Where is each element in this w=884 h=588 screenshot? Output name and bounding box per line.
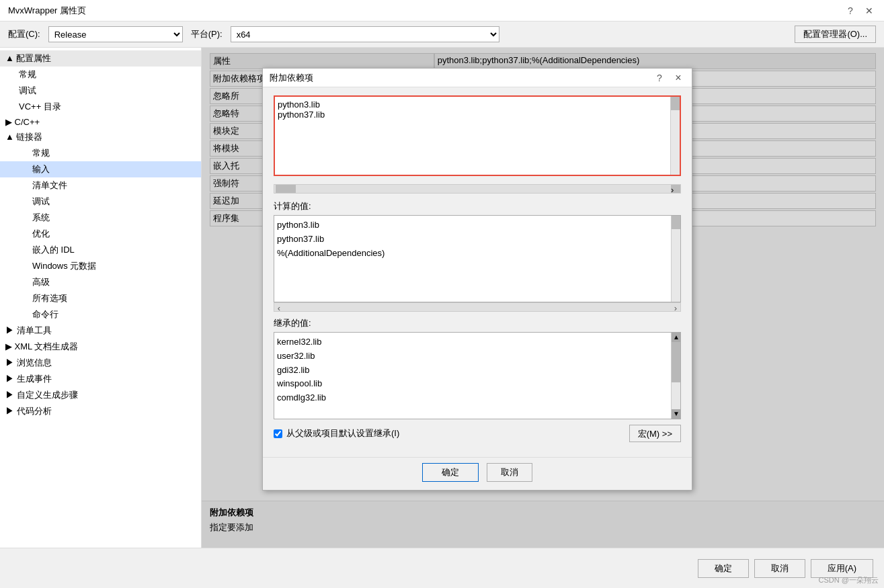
modal-overlay: 附加依赖项 ? × python3.lib python37.lib [202, 48, 884, 548]
inherited-section: 继承的值: kernel32.libuser32.libgdi32.libwin… [274, 317, 681, 419]
tree-item-vc-dir[interactable]: VC++ 目录 [0, 99, 201, 115]
tree-item-code-analysis[interactable]: ▶ 代码分析 [0, 403, 201, 419]
title-bar: MvxWrapper 属性页 ? ✕ [0, 0, 884, 22]
computed-scrollbar-thumb [672, 216, 681, 229]
computed-section: 计算的值: python3.libpython37.lib%(Additiona… [274, 200, 681, 312]
tree-item-build-events[interactable]: ▶ 生成事件 [0, 371, 201, 387]
inherited-scrollbar[interactable]: ▲ ▼ [671, 333, 680, 419]
inherit-checkbox-label: 从父级或项目默认设置继承(I) [286, 427, 399, 439]
h-scrollbar-thumb [276, 185, 296, 193]
edit-area: python3.lib python37.lib [274, 95, 681, 176]
edit-scrollbar-thumb [671, 97, 680, 110]
close-button[interactable]: ✕ [862, 4, 876, 17]
left-panel: ▲ 配置属性 常规 调试 VC++ 目录 ▶ C/C++ ▲ 链接器 常规 输入… [0, 48, 202, 548]
computed-h-scroll-right: › [671, 303, 680, 311]
macro-button[interactable]: 宏(M) >> [629, 425, 681, 442]
checkbox-row: 从父级或项目默认设置继承(I) 宏(M) >> [274, 425, 681, 442]
modal-title: 附加依赖项 [270, 72, 313, 84]
modal-close-button[interactable]: × [672, 71, 685, 85]
modal-footer: 确定 取消 [263, 457, 692, 490]
ok-button[interactable]: 确定 [698, 559, 749, 578]
tree-item-manifest[interactable]: 清单文件 [0, 177, 201, 194]
computed-text: python3.libpython37.lib%(AdditionalDepen… [277, 218, 678, 260]
tree-item-system[interactable]: 系统 [0, 210, 201, 226]
computed-label: 计算的值: [274, 200, 681, 212]
tree-item-regular[interactable]: 常规 [0, 67, 201, 83]
tree-item-idl[interactable]: 嵌入的 IDL [0, 242, 201, 258]
cancel-button[interactable]: 取消 [754, 559, 805, 578]
inherited-text: kernel32.libuser32.libgdi32.libwinspool.… [277, 335, 678, 405]
modal-title-buttons: ? × [653, 71, 685, 85]
modal-dialog: 附加依赖项 ? × python3.lib python37.lib [262, 68, 692, 491]
modal-help-button[interactable]: ? [653, 71, 666, 85]
modal-title-bar: 附加依赖项 ? × [263, 69, 692, 87]
tree-section-header: ▲ 配置属性 [0, 50, 201, 67]
config-bar: 配置(C): Release 平台(P): x64 配置管理器(O)... [0, 22, 884, 48]
tree-item-manifest-tool[interactable]: ▶ 清单工具 [0, 323, 201, 339]
right-panel: 属性 python3.lib;python37.lib;%(Additional… [202, 48, 884, 548]
help-button[interactable]: ? [844, 4, 857, 17]
main-window: MvxWrapper 属性页 ? ✕ 配置(C): Release 平台(P):… [0, 0, 884, 588]
inherited-box: kernel32.libuser32.libgdi32.libwinspool.… [274, 332, 681, 419]
edit-textarea[interactable]: python3.lib python37.lib [278, 99, 677, 172]
scroll-up-arrow[interactable]: ▲ [672, 333, 681, 342]
config-manager-button[interactable]: 配置管理器(O)... [795, 26, 876, 43]
tree-item-xml-doc[interactable]: ▶ XML 文档生成器 [0, 339, 201, 355]
computed-box: python3.libpython37.lib%(AdditionalDepen… [274, 215, 681, 302]
window-title: MvxWrapper 属性页 [8, 5, 86, 17]
inherit-checkbox[interactable] [274, 429, 282, 438]
inherited-scrollbar-thumb [672, 342, 681, 382]
platform-select[interactable]: x64 [231, 26, 499, 42]
tree-item-optimize[interactable]: 优化 [0, 226, 201, 242]
tree-item-debug[interactable]: 调试 [0, 83, 201, 99]
tree-item-debug2[interactable]: 调试 [0, 194, 201, 210]
watermark-text: CSDN @一朵翔云 [819, 575, 879, 585]
modal-body: python3.lib python37.lib › [263, 87, 692, 457]
modal-cancel-button[interactable]: 取消 [487, 463, 532, 482]
inherited-label: 继承的值: [274, 317, 681, 329]
tree-item-custom-build[interactable]: ▶ 自定义生成步骤 [0, 387, 201, 403]
tree-item-linker-input[interactable]: 输入 [0, 161, 201, 177]
tree-item-linker[interactable]: ▲ 链接器 [0, 129, 201, 145]
computed-h-scroll-left: ‹ [274, 303, 284, 311]
edit-scrollbar[interactable] [670, 97, 680, 175]
modal-ok-button[interactable]: 确定 [422, 463, 479, 482]
config-label: 配置(C): [8, 28, 40, 40]
scroll-down-arrow[interactable]: ▼ [672, 409, 681, 419]
content-area: ▲ 配置属性 常规 调试 VC++ 目录 ▶ C/C++ ▲ 链接器 常规 输入… [0, 48, 884, 548]
tree-item-cmdline[interactable]: 命令行 [0, 306, 201, 323]
computed-scrollbar[interactable] [671, 216, 680, 302]
tree-item-advanced[interactable]: 高级 [0, 274, 201, 290]
h-scroll-right: › [671, 185, 680, 193]
title-bar-buttons: ? ✕ [844, 4, 876, 17]
computed-h-scrollbar[interactable]: ‹ › [274, 302, 681, 312]
tree-item-cpp[interactable]: ▶ C/C++ [0, 115, 201, 129]
tree-item-windows-metadata[interactable]: Windows 元数据 [0, 258, 201, 274]
tree-item-linker-general[interactable]: 常规 [0, 145, 201, 161]
platform-label: 平台(P): [191, 28, 223, 40]
section-header-label: ▲ 配置属性 [5, 52, 51, 65]
bottom-panel: 确定 取消 应用(A) CSDN @一朵翔云 [0, 548, 884, 588]
tree-item-browse[interactable]: ▶ 浏览信息 [0, 355, 201, 371]
h-scrollbar[interactable]: › [274, 184, 681, 194]
tree-item-all-options[interactable]: 所有选项 [0, 290, 201, 306]
config-select[interactable]: Release [48, 26, 183, 42]
